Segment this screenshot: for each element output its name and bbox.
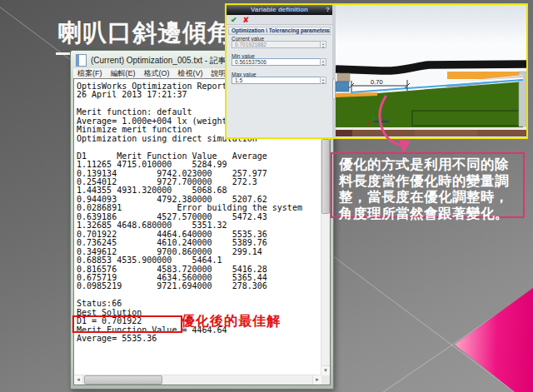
- menu-file[interactable]: 檔案(F): [73, 68, 107, 79]
- variable-definition-panel: Variable definition ? ✔ ✘ Optimization \…: [227, 5, 332, 137]
- menu-format[interactable]: 格式(O): [140, 68, 174, 79]
- dialog-titlebar[interactable]: Variable definition ?: [227, 5, 332, 15]
- spinner-icon[interactable]: ▴▾: [320, 41, 326, 48]
- spinner-icon[interactable]: ▴▾: [320, 77, 326, 84]
- bottom-light-strip: [336, 127, 526, 130]
- notepad-icon: [76, 54, 87, 67]
- arrowhead-icon: [399, 139, 411, 153]
- cad-3d-viewport[interactable]: 0.70: [336, 5, 526, 137]
- tan-block: [337, 73, 350, 82]
- scroll-left-arrow-icon[interactable]: ◄: [74, 375, 83, 385]
- dialog-title: Variable definition: [251, 6, 308, 13]
- section-header-label: Optimization \ Tolerancing parameters: [232, 27, 330, 33]
- slide-background: 喇叭口斜邊傾角優化結果 (Current) Optimization_005.t…: [0, 0, 533, 392]
- explanation-textbox: 優化的方式是利用不同的除 料長度當作優化時的變量調 整，當長度在優化調整時， 角…: [331, 152, 525, 218]
- best-solution-callout: 優化後的最佳解: [182, 313, 281, 330]
- spinner-icon[interactable]: ▴▾: [320, 58, 326, 66]
- min-value-input[interactable]: [232, 58, 326, 66]
- vertical-scrollbar-thumb[interactable]: [321, 139, 330, 214]
- blue-block: [336, 82, 349, 92]
- green-body: [336, 82, 523, 127]
- horizontal-scrollbar[interactable]: ◄ ►: [74, 375, 321, 385]
- section-header[interactable]: Optimization \ Tolerancing parameters ▴: [228, 27, 331, 35]
- horizontal-scrollbar-thumb[interactable]: [84, 375, 162, 385]
- menu-edit[interactable]: 編輯(E): [107, 68, 140, 79]
- ok-check-icon[interactable]: ✔: [231, 16, 237, 24]
- pink-callout-arrow: [375, 90, 425, 156]
- black-profile-band: [336, 64, 526, 71]
- scroll-down-arrow-icon[interactable]: ▼: [321, 365, 330, 375]
- current-value-input[interactable]: [232, 41, 326, 48]
- cancel-x-icon[interactable]: ✘: [243, 16, 250, 24]
- menu-view[interactable]: 檢視(V): [174, 68, 207, 79]
- max-value-input[interactable]: [232, 77, 326, 84]
- help-icon[interactable]: ?: [326, 5, 330, 15]
- best-solution-highlight-box: [72, 315, 182, 333]
- brown-strip-dark: [336, 130, 352, 136]
- collapse-chevron-icon[interactable]: ▴: [326, 27, 328, 34]
- scroll-right-arrow-icon[interactable]: ►: [312, 375, 321, 385]
- resize-grip[interactable]: [321, 375, 330, 385]
- dimension-value: 0.70: [371, 78, 383, 86]
- cad-geometry: 0.70: [336, 5, 526, 137]
- notepad-window-title: (Current) Optimization_005.txt - 記事本: [91, 55, 235, 67]
- dialog-toolbar: ✔ ✘: [227, 15, 332, 25]
